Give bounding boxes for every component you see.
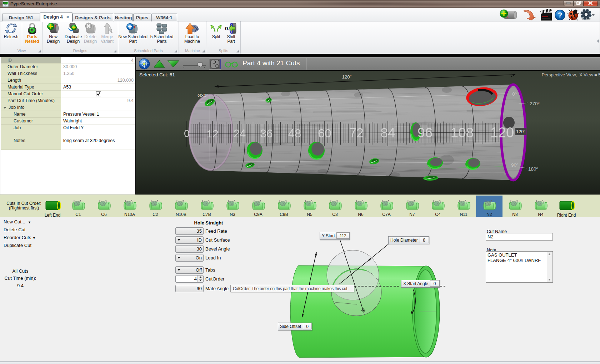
svg-text:120: 120: [490, 125, 514, 140]
svg-text:0º: 0º: [512, 91, 517, 97]
svg-text:90º: 90º: [511, 162, 518, 168]
svg-text:120": 120": [516, 129, 525, 134]
svg-text:0.: 0.: [225, 25, 229, 31]
svg-text:?: ?: [558, 11, 562, 19]
svg-text:120": 120": [342, 74, 352, 80]
svg-text:180º: 180º: [528, 166, 538, 172]
svg-text:24: 24: [234, 127, 246, 140]
svg-text:72: 72: [349, 126, 364, 140]
svg-text:84: 84: [380, 126, 395, 140]
svg-text:48: 48: [288, 127, 301, 140]
svg-text:12: 12: [206, 128, 218, 140]
svg-text:36: 36: [260, 127, 273, 140]
svg-text:Perspective View, X View = 50: Perspective View, X View = 50: [542, 72, 600, 77]
svg-text:60: 60: [318, 126, 331, 140]
svg-text:270º: 270º: [530, 101, 540, 106]
svg-text:108: 108: [450, 125, 474, 140]
svg-text:Ø30": Ø30": [198, 93, 208, 98]
svg-text:Selected Cut: 61: Selected Cut: 61: [139, 72, 175, 77]
svg-text:0: 0: [184, 128, 190, 139]
svg-text:96: 96: [418, 125, 432, 140]
